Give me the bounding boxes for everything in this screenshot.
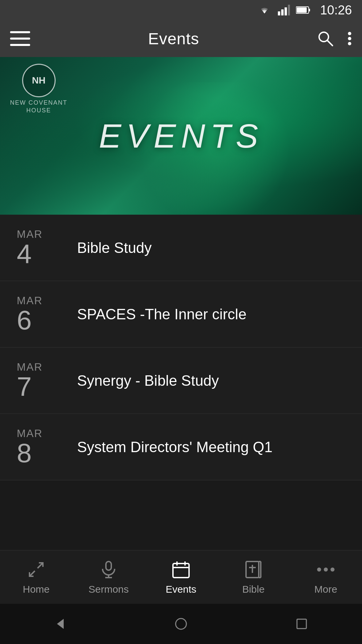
menu-button[interactable]	[10, 31, 30, 46]
svg-rect-1	[281, 9, 284, 15]
bottom-nav: Home Sermons Events	[0, 550, 362, 604]
back-button[interactable]	[50, 614, 70, 634]
time-display: 10:26	[320, 3, 352, 17]
svg-rect-5	[309, 9, 310, 11]
home-button[interactable]	[171, 614, 191, 634]
svg-rect-32	[297, 619, 306, 629]
svg-point-31	[176, 619, 186, 629]
event-day: 8	[17, 440, 32, 467]
status-bar: 10:26	[0, 0, 362, 20]
event-day: 7	[17, 373, 32, 400]
top-bar-actions	[317, 30, 352, 47]
bible-icon	[243, 559, 263, 580]
event-day: 6	[17, 307, 32, 334]
more-options-icon[interactable]	[347, 30, 352, 47]
event-item[interactable]: MAR 4 Bible Study	[0, 215, 362, 281]
event-title: Bible Study	[77, 239, 152, 256]
event-title: Synergy - Bible Study	[77, 372, 219, 389]
nav-bible-label: Bible	[242, 584, 265, 595]
home-icon	[26, 559, 46, 580]
more-icon	[316, 559, 336, 580]
svg-line-13	[29, 571, 35, 576]
wifi-icon	[257, 5, 272, 15]
events-list: MAR 4 Bible Study MAR 6 SPACES -The Inne…	[0, 215, 362, 480]
nav-more-label: More	[314, 584, 337, 595]
svg-rect-6	[297, 7, 307, 13]
event-date: MAR 8	[17, 427, 60, 467]
church-logo: NH NEW COVENANT HOUSE	[10, 64, 67, 115]
event-date: MAR 4	[17, 228, 60, 267]
event-item[interactable]: MAR 8 System Directors' Meeting Q1	[0, 414, 362, 480]
svg-marker-30	[57, 619, 64, 629]
signal-icon	[278, 5, 290, 15]
search-icon[interactable]	[317, 30, 334, 47]
nav-home-label: Home	[23, 584, 50, 595]
event-title: SPACES -The Inner circle	[77, 306, 246, 323]
logo-text: NEW COVENANT HOUSE	[10, 99, 67, 115]
svg-point-28	[324, 568, 328, 572]
svg-point-27	[317, 568, 321, 572]
event-date: MAR 6	[17, 294, 60, 334]
nav-events-label: Events	[166, 584, 196, 595]
event-item[interactable]: MAR 7 Synergy - Bible Study	[0, 347, 362, 414]
event-title: System Directors' Meeting Q1	[77, 439, 273, 455]
svg-point-9	[348, 32, 351, 35]
svg-line-8	[327, 40, 333, 46]
svg-point-11	[348, 42, 351, 45]
svg-rect-0	[278, 11, 280, 15]
event-item[interactable]: MAR 6 SPACES -The Inner circle	[0, 281, 362, 347]
svg-point-10	[348, 37, 351, 40]
event-date: MAR 7	[17, 361, 60, 400]
top-bar: Events	[0, 20, 362, 57]
svg-rect-2	[285, 7, 287, 15]
logo-initials: NH	[22, 64, 56, 97]
status-icons: 10:26	[257, 3, 352, 17]
page-title: Events	[30, 30, 317, 48]
svg-rect-3	[288, 5, 290, 15]
svg-line-12	[38, 563, 43, 568]
hero-title: EVENTS	[99, 117, 263, 155]
nav-bible[interactable]: Bible	[227, 559, 280, 595]
events-icon	[171, 559, 191, 580]
nav-home[interactable]: Home	[9, 559, 63, 595]
nav-more[interactable]: More	[299, 559, 353, 595]
nav-sermons-label: Sermons	[88, 584, 129, 595]
nav-events[interactable]: Events	[154, 559, 208, 595]
battery-icon	[296, 6, 311, 14]
hero-banner: NH NEW COVENANT HOUSE EVENTS	[0, 57, 362, 215]
svg-point-29	[330, 568, 335, 572]
svg-rect-14	[106, 561, 111, 570]
nav-sermons[interactable]: Sermons	[82, 559, 135, 595]
svg-rect-17	[173, 564, 189, 578]
sermons-icon	[99, 559, 119, 580]
recents-button[interactable]	[292, 614, 312, 634]
event-day: 4	[17, 240, 32, 267]
android-nav-bar	[0, 604, 362, 644]
